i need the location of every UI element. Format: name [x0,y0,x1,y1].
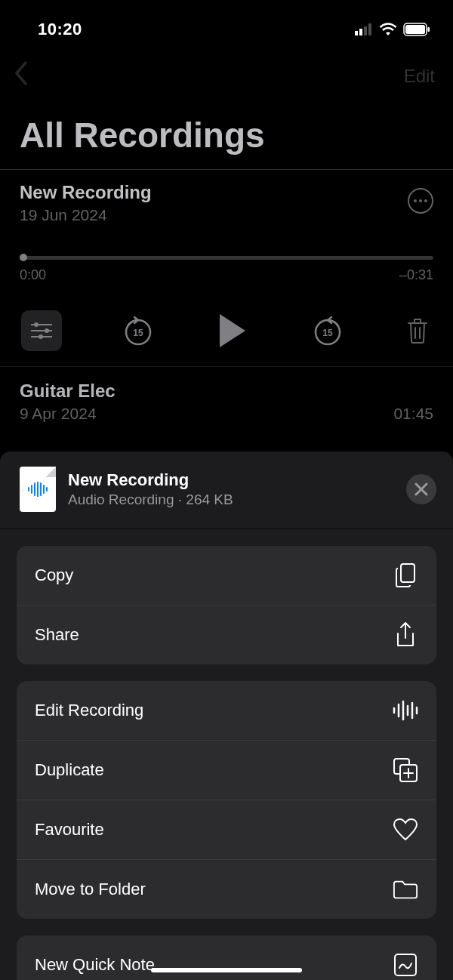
new-quick-note-action[interactable]: New Quick Note [17,935,436,980]
recording-item[interactable]: Guitar Elec 9 Apr 2024 01:45 [0,367,453,436]
svg-rect-2 [364,26,367,35]
home-indicator[interactable] [151,968,302,972]
copy-action[interactable]: Copy [17,546,436,606]
svg-rect-3 [368,23,371,35]
page-title: All Recordings [0,100,453,169]
heart-icon [393,817,418,843]
play-button[interactable] [214,312,251,350]
play-icon [217,313,248,349]
svg-rect-18 [401,564,414,582]
action-sheet: New Recording Audio Recording · 264 KB C… [0,451,453,980]
trash-icon [406,317,429,344]
scrubber-track [20,256,433,260]
svg-rect-1 [359,29,362,35]
chevron-left-icon [14,61,27,85]
sheet-header: New Recording Audio Recording · 264 KB [0,451,453,529]
recording-date: 19 Jun 2024 [20,206,152,224]
scrubber-thumb[interactable] [20,254,27,261]
svg-rect-0 [355,31,358,35]
equalizer-icon [31,324,52,325]
recording-title: Guitar Elec [20,381,433,402]
duplicate-action[interactable]: Duplicate [17,741,436,800]
cellular-icon [355,23,373,35]
close-icon [414,482,428,496]
share-icon [393,622,418,648]
sheet-title: New Recording [68,470,406,490]
skip-back-15-button[interactable]: 15 [122,314,155,347]
action-label: Favourite [35,820,104,840]
quick-note-icon [393,952,418,978]
skip-forward-15-button[interactable]: 15 [311,314,344,347]
file-icon [20,467,56,512]
svg-text:15: 15 [322,328,333,338]
edit-recording-action[interactable]: Edit Recording [17,681,436,741]
status-time: 10:20 [38,20,82,39]
svg-text:15: 15 [133,328,143,338]
time-remaining: –0:31 [399,267,433,283]
back-button[interactable] [14,60,27,92]
battery-icon [403,23,430,36]
action-group-1: Copy Share [17,546,436,664]
nav-header: Edit [0,45,453,100]
playback-controls: 15 15 [20,310,433,351]
action-label: Copy [35,566,73,585]
action-label: Edit Recording [35,701,143,720]
svg-rect-6 [428,27,430,32]
time-elapsed: 0:00 [20,267,46,283]
skip-forward-icon: 15 [312,315,344,347]
status-bar: 10:20 [0,0,453,45]
equalizer-button[interactable] [21,310,62,351]
recording-selected[interactable]: New Recording 19 Jun 2024 0:00 –0:31 15 … [0,170,453,367]
recording-title: New Recording [20,182,152,203]
delete-button[interactable] [403,316,432,345]
action-label: Share [35,625,79,645]
skip-back-icon: 15 [122,315,154,347]
action-group-3: New Quick Note [17,935,436,980]
svg-rect-5 [405,25,425,34]
wifi-icon [379,23,397,36]
recording-date: 9 Apr 2024 [20,405,97,423]
duplicate-icon [393,757,418,783]
ellipsis-icon [414,199,427,202]
waveform-icon [393,698,418,723]
action-label: Duplicate [35,760,104,780]
svg-rect-29 [395,954,416,975]
share-action[interactable]: Share [17,606,436,664]
waveform-icon [27,482,48,497]
recording-duration: 01:45 [393,405,433,423]
action-group-2: Edit Recording Duplicate Favourite Move … [17,681,436,919]
folder-icon [393,877,418,902]
edit-button[interactable]: Edit [404,66,435,87]
scrubber[interactable]: 0:00 –0:31 [20,256,433,283]
copy-icon [393,562,418,588]
status-icons [355,23,430,36]
close-button[interactable] [406,474,436,504]
action-label: New Quick Note [35,955,155,975]
favourite-action[interactable]: Favourite [17,800,436,860]
sheet-subtitle: Audio Recording · 264 KB [68,492,406,508]
action-label: Move to Folder [35,880,146,899]
more-button[interactable] [408,188,433,214]
move-to-folder-action[interactable]: Move to Folder [17,860,436,919]
